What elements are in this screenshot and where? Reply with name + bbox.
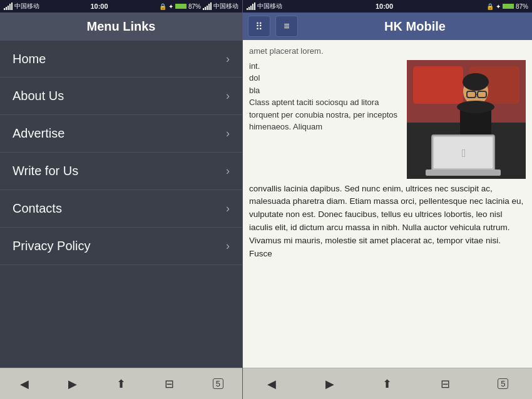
right-status-bar: 中国移动 10:00 🔒 ✦ 87% xyxy=(243,0,532,13)
menu-item-write-for-us[interactable]: Write for Us › xyxy=(0,153,242,190)
right-bluetooth-icon: ✦ xyxy=(496,3,501,10)
signal-bars-icon-2 xyxy=(203,3,212,10)
content-image:  xyxy=(407,60,526,179)
tabs-button-right[interactable]: 5 xyxy=(491,373,516,395)
menu-item-contacts[interactable]: Contacts › xyxy=(0,190,242,228)
menu-label-about-us: About Us xyxy=(13,89,64,103)
forward-button-right[interactable]: ▶ xyxy=(317,373,342,395)
right-bottom-bar: ◀ ▶ ⬆ ⊟ 5 xyxy=(243,368,532,399)
chevron-right-icon-about: › xyxy=(226,89,230,103)
chevron-right-icon-write: › xyxy=(226,164,230,178)
grid-menu-button[interactable]: ⠿ xyxy=(248,16,270,37)
signal-bars-right xyxy=(247,3,255,10)
menu-item-advertise[interactable]: Advertise › xyxy=(0,115,242,153)
menu-label-home: Home xyxy=(13,52,46,66)
svg-point-5 xyxy=(463,73,489,91)
left-phone: 中国移动 10:00 🔒 ✦ 87% 中国移动 Menu Links Home … xyxy=(0,0,243,399)
share-button-right[interactable]: ⬆ xyxy=(375,373,400,395)
menu-item-about-us[interactable]: About Us › xyxy=(0,78,242,115)
menu-item-privacy-policy[interactable]: Privacy Policy › xyxy=(0,228,242,265)
right-carrier-label: 中国移动 xyxy=(257,2,282,11)
svg-rect-2 xyxy=(413,66,463,104)
battery-percent-left: 87% xyxy=(188,3,201,10)
bookmarks-button-left[interactable]: ⊟ xyxy=(157,373,182,395)
menu-item-home[interactable]: Home › xyxy=(0,40,242,78)
grid-icon: ⠿ xyxy=(255,21,263,33)
right-battery xyxy=(503,3,514,10)
lock-icon: 🔒 xyxy=(159,3,166,10)
right-status-right: 🔒 ✦ 87% xyxy=(486,3,528,10)
left-status-right: 🔒 ✦ 87% 中国移动 xyxy=(159,2,238,11)
svg-point-10 xyxy=(457,101,494,113)
side-label-dol: dol xyxy=(249,72,401,84)
battery-fill xyxy=(175,4,187,9)
left-header: Menu Links xyxy=(0,13,242,40)
hamburger-icon: ≡ xyxy=(284,21,289,32)
right-lock-icon: 🔒 xyxy=(486,3,494,10)
hamburger-menu-button[interactable]: ≡ xyxy=(275,16,298,37)
right-header: ⠿ ≡ HK Mobile xyxy=(243,13,532,40)
side-label-bla: bla xyxy=(249,84,401,97)
right-status-left: 中国移动 xyxy=(247,2,282,11)
chevron-right-icon-home: › xyxy=(226,53,230,66)
content-paragraph: convallis lacinia dapibus. Sed nunc enim… xyxy=(249,183,526,261)
signal-bars-icon xyxy=(4,3,13,10)
battery-label xyxy=(175,3,187,10)
left-status-left: 中国移动 xyxy=(4,2,39,11)
left-time: 10:00 xyxy=(90,3,108,10)
right-battery-percent: 87% xyxy=(516,3,528,10)
carrier-label: 中国移动 xyxy=(14,2,39,11)
carrier-label-2: 中国移动 xyxy=(213,2,238,11)
chevron-right-icon-contacts: › xyxy=(226,202,230,215)
menu-label-privacy-policy: Privacy Policy xyxy=(13,239,90,253)
forward-button-left[interactable]: ▶ xyxy=(60,373,85,395)
svg-rect-14 xyxy=(426,169,501,176)
content-row: int. dol bla Class aptent taciti sociosq… xyxy=(249,60,526,179)
left-bottom-bar: ◀ ▶ ⬆ ⊟ 5 xyxy=(0,368,242,399)
bluetooth-icon: ✦ xyxy=(168,3,173,10)
article-image:  xyxy=(407,60,526,179)
tabs-button-left[interactable]: 5 xyxy=(205,373,230,395)
menu-links-title: Menu Links xyxy=(86,19,155,34)
right-phone: 中国移动 10:00 🔒 ✦ 87% ⠿ ≡ HK Mobile amet pl… xyxy=(243,0,532,399)
back-button-left[interactable]: ◀ xyxy=(12,373,37,395)
chevron-right-icon-privacy: › xyxy=(226,240,230,253)
content-left-column: int. dol bla Class aptent taciti sociosq… xyxy=(249,60,401,179)
left-status-bar: 中国移动 10:00 🔒 ✦ 87% 中国移动 xyxy=(0,0,242,13)
article-image-svg:  xyxy=(407,60,526,179)
menu-label-advertise: Advertise xyxy=(13,126,64,141)
site-title: HK Mobile xyxy=(303,19,527,34)
share-button-left[interactable]: ⬆ xyxy=(108,373,133,395)
side-label-int: int. xyxy=(249,60,401,73)
content-area: amet placerat lorem. int. dol bla Class … xyxy=(243,40,532,368)
content-top-text: amet placerat lorem. xyxy=(249,45,526,58)
right-time: 10:00 xyxy=(376,3,393,10)
bookmarks-button-right[interactable]: ⊟ xyxy=(432,373,458,395)
floating-text-block: Class aptent taciti sociosqu ad litora t… xyxy=(249,96,401,133)
menu-list: Home › About Us › Advertise › Write for … xyxy=(0,40,242,368)
svg-text::  xyxy=(462,147,466,159)
menu-label-write-for-us: Write for Us xyxy=(13,164,78,178)
right-battery-fill xyxy=(503,4,514,9)
chevron-right-icon-advertise: › xyxy=(226,127,230,140)
menu-label-contacts: Contacts xyxy=(13,201,62,216)
back-button-right[interactable]: ◀ xyxy=(259,373,284,395)
